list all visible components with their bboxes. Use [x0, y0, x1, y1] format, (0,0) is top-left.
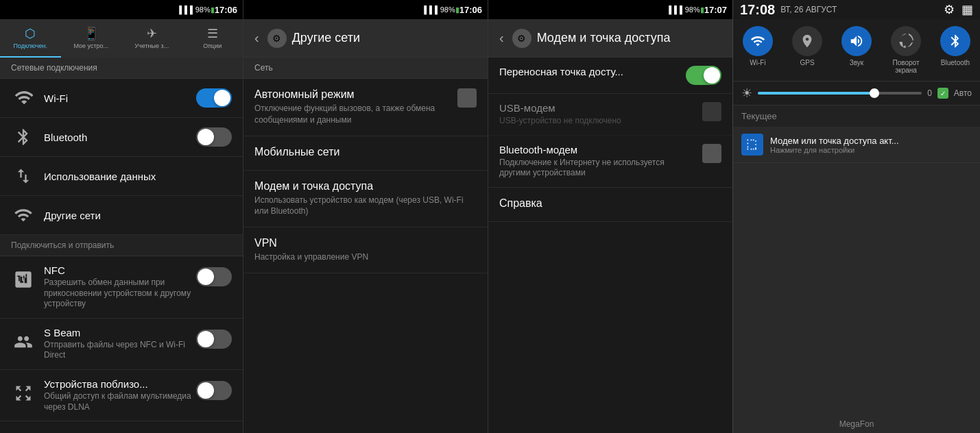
nfc-text: NFC Разрешить обмен данными при прикосно… [44, 264, 196, 310]
qs-sound-label: Звук [850, 59, 864, 66]
data-usage-title: Использование данных [44, 171, 232, 182]
other-networks-item[interactable]: Другие сети [0, 196, 243, 235]
status-bar-2: ▌▌▌ 98% ▮ 17:06 [243, 0, 488, 19]
tab-accounts[interactable]: ✈ Учетные з... [121, 19, 182, 58]
bluetooth-toggle-knob [198, 129, 214, 145]
panel-quick-settings: 17:08 ВТ, 26 АВГУСТ ⚙ ▦ Wi-Fi GPS З [732, 0, 980, 433]
back-button-2[interactable]: ‹ [252, 27, 262, 49]
nearby-title: Устройства поблизо... [44, 378, 196, 390]
vpn-subtitle: Настройка и управление VPN [254, 251, 477, 263]
modem-title: Модем и точка доступа [537, 31, 671, 45]
bluetooth-title: Bluetooth [44, 132, 196, 143]
usb-modem-checkbox[interactable] [702, 102, 721, 121]
qs-gps-toggle[interactable]: GPS [782, 26, 832, 74]
grid-icon[interactable]: ▦ [961, 2, 973, 17]
nearby-subtitle: Общий доступ к файлам мультимедиа через … [44, 391, 196, 412]
wifi-title: Wi-Fi [44, 92, 196, 104]
portable-hotspot-knob [704, 67, 720, 84]
settings-icon[interactable]: ⚙ [944, 2, 955, 17]
qs-date: ВТ, 26 АВГУСТ [780, 5, 837, 14]
wifi-toggle[interactable] [196, 88, 232, 108]
sbeam-icon [11, 330, 36, 354]
brightness-icon: ☀ [741, 86, 752, 101]
data-usage-item[interactable]: Использование данных [0, 157, 243, 196]
airplane-mode-text: Автономный режим Отключение функций вызо… [254, 88, 452, 126]
nearby-item[interactable]: Устройства поблизо... Общий доступ к фай… [0, 370, 243, 421]
bluetooth-modem-title: Bluetooth-модем [499, 144, 697, 156]
qs-gps-circle [792, 26, 822, 56]
nearby-toggle-knob [198, 382, 214, 399]
bluetooth-toggle[interactable] [196, 127, 232, 147]
brightness-value: 0 [927, 88, 932, 98]
nfc-toggle[interactable] [196, 267, 232, 286]
bluetooth-modem-text: Bluetooth-модем Подключение к Интернету … [499, 144, 702, 179]
tab-options-label: Опции [203, 42, 222, 49]
qs-bluetooth-toggle[interactable]: Bluetooth [931, 26, 980, 74]
brightness-fill [758, 92, 872, 95]
bluetooth-modem-checkbox[interactable] [702, 144, 721, 163]
qs-rotate-circle [891, 26, 921, 56]
sbeam-title: S Beam [44, 327, 196, 338]
panel-network-settings: ▌▌▌ 98% ▮ 17:06 ⬡ Подключен. 📱 Мое устро… [0, 0, 243, 433]
wifi-toggle-knob [214, 90, 230, 106]
qs-sound-toggle[interactable]: Звук [832, 26, 881, 74]
tab-device[interactable]: 📱 Мое устро... [61, 19, 122, 58]
qs-status-bar: 17:08 ВТ, 26 АВГУСТ ⚙ ▦ [733, 0, 980, 19]
airplane-mode-checkbox[interactable] [457, 88, 477, 108]
network-section-header: Сетевые подключения [0, 58, 243, 79]
nfc-title: NFC [44, 264, 196, 276]
signal-icon-1: ▌▌▌ [179, 5, 195, 14]
tab-connections[interactable]: ⬡ Подключен. [0, 19, 61, 58]
sbeam-subtitle: Отправить файлы через NFC и Wi-Fi Direct [44, 340, 196, 361]
modem-hotspot-item[interactable]: Модем и точка доступа Использовать устро… [243, 171, 488, 228]
auto-brightness-check[interactable]: ✓ [937, 88, 948, 99]
bluetooth-modem-item[interactable]: Bluetooth-модем Подключение к Интернету … [488, 136, 732, 188]
carrier-label: MegaFon [733, 415, 980, 433]
network-sub-header: Сеть [243, 58, 488, 79]
qs-rotate-toggle[interactable]: Поворот экрана [881, 26, 931, 74]
portable-hotspot-item[interactable]: Переносная точка досту... [488, 58, 732, 94]
panel-modem-hotspot: ▌▌▌ 98% ▮ 17:07 ‹ ⚙ Модем и точка доступ… [488, 0, 732, 433]
sbeam-item[interactable]: S Beam Отправить файлы через NFC и Wi-Fi… [0, 319, 243, 370]
signal-icon-2: ▌▌▌ [424, 5, 440, 14]
help-item[interactable]: Справка [488, 188, 732, 222]
back-button-3[interactable]: ‹ [497, 27, 507, 49]
tab-options[interactable]: ☰ Опции [182, 19, 243, 58]
airplane-mode-item[interactable]: Автономный режим Отключение функций вызо… [243, 79, 488, 136]
portable-hotspot-toggle[interactable] [686, 66, 721, 85]
usb-modem-item[interactable]: USB-модем USB-устройство не подключено [488, 94, 732, 136]
other-networks-icon [11, 203, 36, 227]
mobile-networks-title: Мобильные сети [254, 146, 477, 158]
wifi-item[interactable]: Wi-Fi [0, 79, 243, 118]
bluetooth-item[interactable]: Bluetooth [0, 118, 243, 157]
tab-connections-label: Подключен. [13, 42, 47, 49]
brightness-slider[interactable] [758, 92, 922, 95]
wifi-icon [11, 86, 36, 110]
time-3: 17:07 [704, 5, 727, 15]
qs-wifi-toggle[interactable]: Wi-Fi [733, 26, 782, 74]
nearby-toggle[interactable] [196, 381, 232, 400]
vpn-title: VPN [254, 237, 477, 249]
settings-gear-icon: ⚙ [267, 29, 287, 48]
vpn-item[interactable]: VPN Настройка и управление VPN [243, 227, 488, 273]
status-bar-1: ▌▌▌ 98% ▮ 17:06 [0, 0, 243, 19]
airplane-mode-subtitle: Отключение функций вызовов, а также обме… [254, 103, 452, 126]
usb-modem-text: USB-модем USB-устройство не подключено [499, 102, 702, 127]
connections-icon: ⬡ [25, 26, 36, 41]
qs-rotate-label: Поворот экрана [881, 59, 931, 74]
sbeam-text: S Beam Отправить файлы через NFC и Wi-Fi… [44, 327, 196, 361]
bluetooth-modem-subtitle: Подключение к Интернету не используется … [499, 158, 697, 179]
other-networks-text: Другие сети [44, 210, 232, 221]
hotspot-notif-title: Модем или точка доступа акт... [770, 136, 972, 146]
qs-bluetooth-label: Bluetooth [941, 59, 970, 66]
sbeam-toggle[interactable] [196, 330, 232, 349]
mobile-networks-item[interactable]: Мобильные сети [243, 136, 488, 171]
device-icon: 📱 [84, 26, 99, 41]
hotspot-notification[interactable]: Модем или точка доступа акт... Нажмите д… [733, 127, 980, 163]
nfc-icon [11, 267, 36, 292]
panel-other-networks: ▌▌▌ 98% ▮ 17:06 ‹ ⚙ Другие сети Сеть Авт… [243, 0, 488, 433]
other-networks-title: Другие сети [44, 210, 232, 221]
usb-modem-title: USB-модем [499, 102, 697, 114]
nfc-item[interactable]: NFC Разрешить обмен данными при прикосно… [0, 256, 243, 319]
auto-label: Авто [954, 88, 972, 98]
